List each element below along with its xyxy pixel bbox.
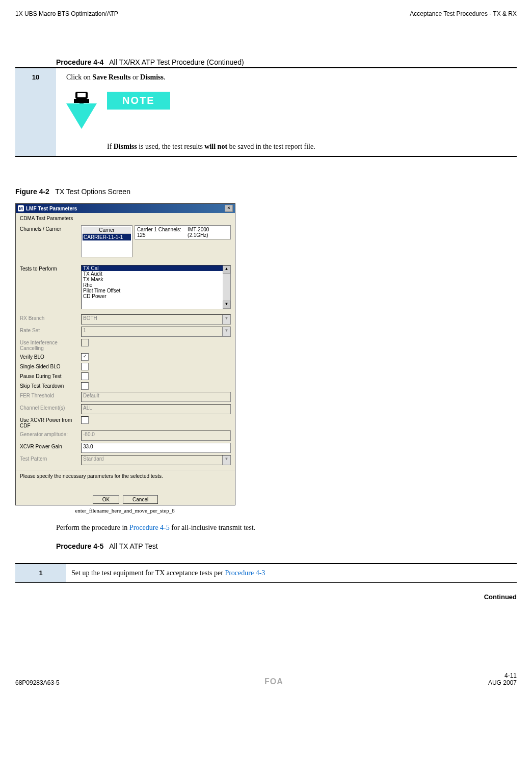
close-icon[interactable]: × [225,205,233,212]
perform-suffix: for all-inclusive transmit test. [170,524,255,531]
note-dismiss: Dismiss [114,143,137,150]
test-pattern-label: Test Pattern [20,455,81,462]
note-row: NOTE [66,89,507,130]
chevron-down-icon: ▼ [222,327,230,336]
note-mid: is used, the test results [137,143,205,150]
step-1-content: Set up the test equipment for TX accepta… [66,564,517,583]
fer-threshold-label: FER Threshold [20,392,81,398]
page-footer: 68P09283A63-5 FOA 4-11 AUG 2007 [15,672,517,686]
channel-elements-label: Channel Element(s) [20,404,81,411]
procedure-4-3-link[interactable]: Procedure 4-3 [225,569,265,577]
svg-rect-2 [74,99,89,103]
lmf-status-bar: Please specify the necessary parameters … [16,470,235,494]
note-if: If [107,143,114,150]
pause-during-test-label: Pause During Test [20,372,81,379]
note-badge: NOTE [107,92,170,110]
verify-blo-checkbox[interactable]: ✓ [81,353,89,361]
footer-date: AUG 2007 [488,679,517,686]
pause-during-test-checkbox[interactable] [81,372,89,380]
fer-threshold-input: Default [81,392,231,402]
tests-to-perform-label: Tests to Perform [20,265,81,272]
carrier-listbox[interactable]: Carrier CARRIER-11-1-1 [81,225,132,257]
use-xcvr-cdf-checkbox[interactable] [81,416,89,424]
clamp-icon [66,89,97,130]
procedure-4-5-link[interactable]: Procedure 4-5 [129,524,170,531]
page-header: 1X UBS Macro BTS Optimization/ATP Accept… [15,10,517,17]
tests-listbox[interactable]: TX Cal TX Audit TX Mask Rho Pilot Time O… [81,265,231,309]
test-pattern-value: Standard [83,456,104,462]
save-results-bold: Save Results [92,73,130,81]
channel-band: IMT-2000 (2.1GHz) [188,227,228,238]
procedure-4-5-table: 1 Set up the test equipment for TX accep… [15,563,517,583]
channel-elements-input: ALL [81,404,231,414]
scroll-up-icon[interactable]: ▲ [223,265,230,274]
use-interference-label: Use Interference Cancelling [20,339,81,351]
test-item-txaudit[interactable]: TX Audit [82,271,230,277]
svg-rect-1 [77,93,86,97]
generator-amplitude-label: Generator amplitude: [20,431,81,437]
window-title: LMF Test Parameters [26,206,77,211]
foa-label: FOA [60,677,488,686]
channels-carrier-label: Channels / Carrier [20,225,81,232]
chevron-down-icon: ▼ [222,455,230,465]
lmf-titlebar: M LMF Test Parameters × [16,204,235,213]
test-item-cdpower[interactable]: CD Power [82,293,230,299]
rate-set-dropdown: 1 ▼ [81,327,231,337]
test-item-txmask[interactable]: TX Mask [82,277,230,282]
lmf-button-row: OK Cancel [16,494,235,505]
test-pattern-dropdown: Standard ▼ [81,455,231,465]
procedure-4-5-title: All TX ATP Test [109,542,157,550]
rate-set-value: 1 [83,328,86,333]
dismiss-bold: Dismiss [140,73,164,81]
header-left: 1X UBS Macro BTS Optimization/ATP [15,10,118,17]
verify-blo-label: Verify BLO [20,353,81,360]
chevron-down-icon: ▼ [222,315,230,324]
ok-button[interactable]: OK [93,495,119,504]
step-number-1: 1 [15,564,66,583]
note-end: be saved in the test report file. [227,143,315,150]
rx-branch-dropdown: BOTH ▼ [81,314,231,325]
step-number-10: 10 [15,68,56,156]
perform-prefix: Perform the procedure in [56,524,129,531]
step-text-prefix: Click on [66,73,92,81]
figure-caption: enter_filename_here_and_move_per_step_8 [15,507,234,514]
carrier-header: Carrier [83,227,131,234]
test-item-txcal[interactable]: TX Cal [82,265,230,271]
header-right: Acceptance Test Procedures - TX & RX [410,10,517,17]
procedure-4-4-label: Procedure 4-4 [56,58,103,66]
generator-amplitude-input: -80.0 [81,431,231,441]
single-sided-blo-label: Single-Sided BLO [20,363,81,369]
doc-number: 68P09283A63-5 [15,679,60,686]
single-sided-blo-checkbox[interactable] [81,363,89,370]
procedure-4-4-title: All TX/RX ATP Test Procedure (Continued) [109,58,244,66]
perform-procedure-text: Perform the procedure in Procedure 4-5 f… [56,524,517,532]
cancel-button[interactable]: Cancel [123,495,158,504]
continued-label: Continued [15,593,517,601]
page-number: 4-11 [488,672,517,679]
rx-branch-value: BOTH [83,315,97,321]
test-item-pilot[interactable]: Pilot Time Offset [82,288,230,293]
skip-test-teardown-label: Skip Test Teardown [20,382,81,389]
carrier-selected[interactable]: CARRIER-11-1-1 [83,234,131,240]
procedure-4-4-table: 10 Click on Save Results or Dismiss. NOT… [15,67,517,157]
svg-marker-4 [66,103,97,129]
figure-title-text: TX Test Options Screen [55,187,130,196]
skip-test-teardown-checkbox[interactable] [81,382,89,390]
tests-scrollbar[interactable]: ▲ ▼ [223,265,230,309]
xcvr-power-gain-label: XCVR Power Gain [20,443,81,449]
lmf-test-parameters-window: M LMF Test Parameters × CDMA Test Parame… [15,203,235,505]
procedure-4-4-header: Procedure 4-4 All TX/RX ATP Test Procedu… [56,58,517,66]
period: . [164,73,166,81]
channel-label: Carrier 1 Channels: [137,227,181,232]
step-1-prefix: Set up the test equipment for TX accepta… [71,569,225,577]
figure-label: Figure 4-2 [15,187,49,196]
xcvr-power-gain-input[interactable]: 33.0 [81,443,231,453]
channel-value: 125 [137,232,146,238]
test-item-rho[interactable]: Rho [82,282,230,288]
scroll-down-icon[interactable]: ▼ [223,301,230,309]
note-text: If Dismiss is used, the test results wil… [107,143,507,151]
cdma-test-parameters-label: CDMA Test Parameters [20,216,231,221]
use-interference-checkbox [81,339,89,346]
rate-set-label: Rate Set [20,327,81,333]
or-text: or [130,73,140,81]
